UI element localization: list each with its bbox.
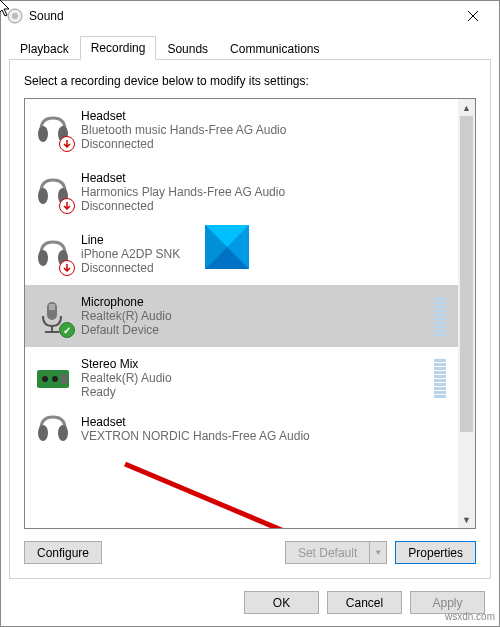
set-default-button[interactable]: Set Default	[285, 541, 369, 564]
dialog-button-row: OK Cancel Apply	[1, 579, 499, 626]
disconnected-badge-icon	[59, 136, 75, 152]
tab-playback[interactable]: Playback	[9, 37, 80, 60]
default-badge-icon: ✓	[59, 322, 75, 338]
level-meter	[434, 359, 446, 398]
close-button[interactable]	[453, 2, 493, 30]
mouse-cursor	[0, 0, 15, 19]
scroll-up-button[interactable]: ▲	[458, 99, 475, 116]
device-item[interactable]: Line iPhone A2DP SNK Disconnected	[25, 223, 458, 285]
device-list: Headset Bluetooth music Hands-Free AG Au…	[24, 98, 476, 529]
tab-content: Select a recording device below to modif…	[9, 60, 491, 579]
device-name: Stereo Mix	[81, 357, 434, 371]
device-item[interactable]: Headset VEXTRON NORDIC Hands-Free AG Aud…	[25, 409, 458, 449]
set-default-split-button[interactable]: Set Default ▼	[285, 541, 387, 564]
svg-point-8	[38, 250, 48, 266]
device-status: Disconnected	[81, 199, 450, 213]
device-status: Default Device	[81, 323, 434, 337]
set-default-dropdown[interactable]: ▼	[369, 541, 387, 564]
device-sub: VEXTRON NORDIC Hands-Free AG Audio	[81, 429, 450, 443]
device-sub: iPhone A2DP SNK	[81, 247, 450, 261]
headset-icon	[33, 172, 73, 212]
device-sub: Bluetooth music Hands-Free AG Audio	[81, 123, 450, 137]
headset-icon	[33, 110, 73, 150]
device-name: Microphone	[81, 295, 434, 309]
device-sub: Realtek(R) Audio	[81, 309, 434, 323]
device-name: Line	[81, 233, 450, 247]
tab-recording[interactable]: Recording	[80, 36, 157, 60]
tab-strip: Playback Recording Sounds Communications	[9, 35, 491, 60]
svg-point-17	[52, 376, 58, 382]
device-name: Headset	[81, 109, 450, 123]
logo-overlay-icon	[205, 225, 249, 269]
disconnected-badge-icon	[59, 260, 75, 276]
headset-icon	[33, 234, 73, 274]
window-title: Sound	[29, 9, 453, 23]
tab-communications[interactable]: Communications	[219, 37, 330, 60]
device-item-selected[interactable]: ✓ Microphone Realtek(R) Audio Default De…	[25, 285, 458, 347]
headset-icon	[33, 409, 73, 449]
disconnected-badge-icon	[59, 198, 75, 214]
scroll-track[interactable]	[458, 116, 475, 511]
device-sub: Harmonics Play Hands-Free AG Audio	[81, 185, 450, 199]
sound-dialog: Sound Playback Recording Sounds Communic…	[0, 0, 500, 627]
ok-button[interactable]: OK	[244, 591, 319, 614]
level-meter	[434, 297, 446, 336]
svg-point-6	[38, 188, 48, 204]
device-name: Headset	[81, 415, 450, 429]
svg-point-20	[58, 425, 68, 441]
svg-point-19	[38, 425, 48, 441]
svg-rect-18	[61, 374, 67, 384]
instruction-text: Select a recording device below to modif…	[24, 74, 476, 88]
device-status: Ready	[81, 385, 434, 399]
device-item[interactable]: Headset Bluetooth music Hands-Free AG Au…	[25, 99, 458, 161]
svg-point-4	[38, 126, 48, 142]
scrollbar[interactable]: ▲ ▼	[458, 99, 475, 528]
watermark: wsxdn.com	[445, 611, 495, 622]
scroll-thumb[interactable]	[460, 116, 473, 432]
device-status: Disconnected	[81, 137, 450, 151]
svg-point-16	[42, 376, 48, 382]
properties-button[interactable]: Properties	[395, 541, 476, 564]
device-name: Headset	[81, 171, 450, 185]
svg-rect-12	[49, 304, 55, 310]
cancel-button[interactable]: Cancel	[327, 591, 402, 614]
scroll-down-button[interactable]: ▼	[458, 511, 475, 528]
soundcard-icon	[33, 358, 73, 398]
titlebar: Sound	[1, 1, 499, 31]
device-sub: Realtek(R) Audio	[81, 371, 434, 385]
microphone-icon: ✓	[33, 296, 73, 336]
tab-sounds[interactable]: Sounds	[156, 37, 219, 60]
device-status: Disconnected	[81, 261, 450, 275]
device-item[interactable]: Stereo Mix Realtek(R) Audio Ready	[25, 347, 458, 409]
device-item[interactable]: Headset Harmonics Play Hands-Free AG Aud…	[25, 161, 458, 223]
configure-button[interactable]: Configure	[24, 541, 102, 564]
